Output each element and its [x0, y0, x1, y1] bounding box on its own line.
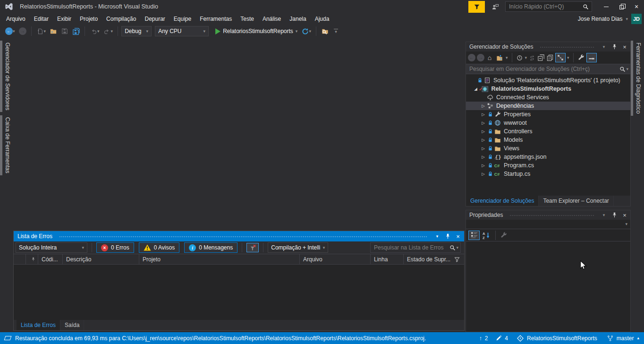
save-button[interactable]	[59, 26, 70, 37]
side-tab-ferramentas-de-diagnostico[interactable]: Ferramentas de Diagnóstico	[631, 41, 644, 116]
toolbar-options-button[interactable]: ▾	[334, 29, 338, 34]
close-button[interactable]: ×	[629, 0, 644, 13]
refresh-button[interactable]: ▾	[300, 26, 313, 37]
platform-select[interactable]: Any CPU ▾	[155, 26, 209, 36]
new-project-button[interactable]: ▾	[35, 26, 48, 37]
open-file-button[interactable]	[48, 26, 59, 37]
solution-explorer-header[interactable]: Gerenciador de Soluções ▾ ×	[466, 42, 630, 52]
menu-ferramentas[interactable]: Ferramentas	[195, 14, 236, 24]
expand-collapsed-icon[interactable]: ▷	[480, 155, 486, 159]
menu-depurar[interactable]: Depurar	[140, 14, 169, 24]
expand-collapsed-icon[interactable]: ▷	[480, 138, 486, 142]
tree-item-solucao-relatoriosstimulsoftreports-1-projeto[interactable]: Solução 'RelatoriosStimulsoftReports' (1…	[466, 76, 630, 85]
navigate-forward-button[interactable]: →	[17, 26, 28, 37]
start-debugging-button[interactable]: RelatoriosStimulsoftReports ▾	[213, 26, 299, 37]
repository-button[interactable]: RelatoriosStimulsoftReports	[517, 335, 597, 342]
menu-exibir[interactable]: Exibir	[53, 14, 76, 24]
error-list-title-bar[interactable]: Lista de Erros ▾ ×	[14, 231, 464, 241]
outgoing-commits-button[interactable]: ↑ 2	[479, 335, 488, 342]
expand-collapsed-icon[interactable]: ▷	[480, 120, 486, 125]
messages-toggle-button[interactable]: i 0 Mensagens	[184, 242, 237, 253]
switch-views-button[interactable]	[495, 54, 504, 61]
drag-grip[interactable]	[509, 214, 594, 216]
close-panel-button[interactable]: ×	[621, 43, 628, 51]
show-all-files-button[interactable]	[546, 54, 554, 61]
tree-item-relatoriosstimulsoftreports[interactable]: ◢✓RelatoriosStimulsoftReports	[466, 85, 630, 93]
clear-filters-button[interactable]	[246, 243, 259, 252]
window-position-button[interactable]: ▾	[600, 211, 608, 219]
source-filter-select[interactable]: Compilação + IntelliSens ▾	[268, 242, 328, 253]
solution-explorer-search-input[interactable]: Pesquisar em Gerenciador de Soluções (Ct…	[466, 64, 630, 74]
alphabetical-sort-button[interactable]: AZ	[482, 232, 491, 239]
pin-button[interactable]	[610, 43, 618, 51]
property-pages-button[interactable]	[500, 232, 508, 239]
expand-collapsed-icon[interactable]: ▷	[480, 129, 486, 134]
drag-grip[interactable]	[59, 235, 428, 238]
error-list-body[interactable]	[14, 265, 464, 320]
side-tab-caixa-de-ferramentas[interactable]: Caixa de Ferramentas	[0, 115, 13, 175]
preview-selected-items-button[interactable]	[586, 53, 597, 62]
minimize-button[interactable]	[599, 0, 614, 13]
tree-item-connected-services[interactable]: Connected Services	[466, 93, 630, 102]
drag-grip[interactable]	[540, 46, 594, 48]
expand-collapsed-icon[interactable]: ▷	[480, 163, 486, 168]
menu-arquivo[interactable]: Arquivo	[2, 14, 30, 24]
find-in-files-button[interactable]	[320, 26, 330, 37]
navigate-back-button[interactable]: ← ▾	[4, 26, 17, 37]
close-panel-button[interactable]: ×	[621, 211, 628, 219]
tree-item-wwwroot[interactable]: ▷wwwroot	[466, 119, 630, 127]
column-header-codi[interactable]: Códi...	[38, 254, 63, 264]
tree-item-models[interactable]: ▷Models	[466, 136, 630, 144]
window-position-button[interactable]: ▾	[433, 232, 441, 240]
window-position-button[interactable]: ▾	[600, 43, 608, 51]
branch-button[interactable]: master ▴	[607, 335, 639, 342]
tree-item-startup-cs[interactable]: ▷C#Startup.cs	[466, 170, 630, 178]
feedback-button[interactable]	[468, 1, 485, 13]
column-header-estado-de-supr[interactable]: Estado de Supr...	[404, 254, 464, 264]
pending-changes-filter-button[interactable]	[516, 55, 524, 61]
menu-janela[interactable]: Janela	[285, 14, 310, 24]
column-header-linha[interactable]: Linha	[371, 254, 404, 264]
pending-changes-button[interactable]: 4	[496, 335, 508, 342]
tree-item-views[interactable]: ▷Views	[466, 144, 630, 153]
column-header[interactable]	[14, 254, 26, 264]
sync-button[interactable]	[528, 55, 536, 61]
pin-button[interactable]	[444, 232, 451, 240]
menu-ajuda[interactable]: Ajuda	[311, 14, 334, 24]
warnings-toggle-button[interactable]: 0 Avisos	[139, 242, 179, 253]
tab-gerenciador-de-solucoes[interactable]: Gerenciador de Soluções	[466, 196, 539, 206]
tree-item-properties[interactable]: ▷Properties	[466, 110, 630, 119]
column-header-arquivo[interactable]: Arquivo	[300, 254, 371, 264]
tab-saida[interactable]: Saída	[60, 320, 84, 330]
configuration-select[interactable]: Debug ▾	[121, 26, 152, 36]
menu-analise[interactable]: Análise	[258, 14, 285, 24]
user-account[interactable]: Jose Renato Dias ▾ JD	[578, 14, 644, 24]
forward-button[interactable]: →	[477, 54, 484, 61]
categorized-button[interactable]	[468, 231, 480, 240]
tree-item-program-cs[interactable]: ▷C#Program.cs	[466, 161, 630, 170]
redo-button[interactable]: ▾	[102, 26, 115, 37]
close-panel-button[interactable]: ×	[454, 232, 462, 240]
properties-object-select[interactable]: ▾	[466, 220, 630, 229]
expand-collapsed-icon[interactable]: ▷	[480, 112, 486, 117]
errors-toggle-button[interactable]: × 0 Erros	[96, 242, 134, 253]
menu-equipe[interactable]: Equipe	[169, 14, 195, 24]
scope-select[interactable]: Solução Inteira ▾	[16, 242, 87, 253]
error-list-search-input[interactable]: Pesquisar na Lista de Erros ▾	[370, 242, 461, 253]
column-header[interactable]	[26, 254, 38, 264]
column-header-descricao[interactable]: Descrição	[63, 254, 139, 264]
column-filter-icon[interactable]	[453, 256, 461, 263]
tab-lista-de-erros[interactable]: Lista de Erros	[17, 320, 60, 330]
quick-launch-input[interactable]: Início Rápido (Ctrl+Q)	[505, 1, 592, 12]
properties-button[interactable]	[577, 54, 585, 61]
menu-teste[interactable]: Teste	[236, 14, 258, 24]
undo-button[interactable]: ▾	[88, 26, 101, 37]
home-button[interactable]: ⌂	[486, 54, 493, 61]
pin-button[interactable]	[610, 211, 618, 219]
expand-collapsed-icon[interactable]: ▷	[480, 103, 486, 108]
menu-compilacao[interactable]: Compilação	[102, 14, 140, 24]
expand-collapsed-icon[interactable]: ▷	[480, 146, 486, 151]
properties-header[interactable]: Propriedades ▾ ×	[466, 210, 630, 220]
tab-team-explorer-conectar[interactable]: Team Explorer – Conectar	[539, 196, 613, 206]
send-feedback-button[interactable]	[489, 3, 501, 10]
